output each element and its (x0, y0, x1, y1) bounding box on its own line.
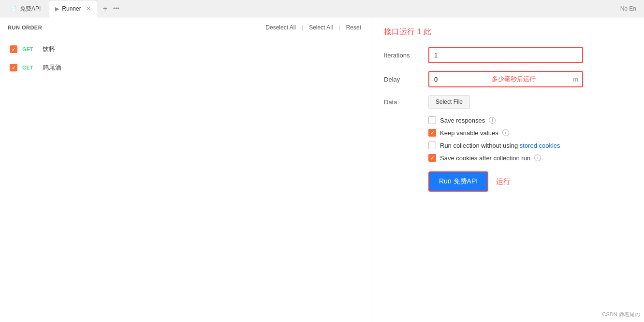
run-annotation: 运行 (496, 177, 511, 186)
save-cookies-checkbox[interactable]: ✓ (428, 154, 436, 162)
tab-bar: 📄 免费API ▶ Runner ✕ + ••• No En (0, 0, 644, 17)
request-2-method: GET (22, 65, 38, 70)
no-cookies-checkbox[interactable] (428, 141, 436, 149)
tab-mianfei-label: 免费API (20, 5, 41, 13)
run-area: Run 免费API 运行 (428, 171, 632, 192)
keep-variable-checkbox[interactable]: ✓ (428, 129, 436, 137)
request-list: ✓ GET 饮料 ✓ GET 鸡尾酒 (0, 36, 372, 81)
request-1-name: 饮料 (43, 45, 55, 54)
runner-icon: ▶ (55, 6, 59, 12)
new-tab-button[interactable]: + (99, 2, 111, 15)
tab-runner-close[interactable]: ✕ (86, 5, 91, 12)
save-responses-checkbox[interactable] (428, 116, 436, 124)
request-item: ✓ GET 饮料 (8, 42, 364, 56)
option-keep-variable: ✓ Keep variable values i (428, 129, 632, 137)
check-icon: ✓ (430, 130, 434, 136)
tab-runner-label: Runner (62, 5, 81, 12)
watermark: CSDN @着尾の (602, 311, 640, 318)
select-all-button[interactable]: Select All (306, 24, 336, 31)
data-label: Data (384, 98, 423, 106)
deselect-all-button[interactable]: Deselect All (263, 24, 299, 31)
run-order-actions: Deselect All | Select All | Reset (263, 24, 364, 31)
select-file-button[interactable]: Select File (428, 95, 470, 109)
check-icon: ✓ (12, 47, 15, 52)
annotation-title: 接口运行 1 此 (384, 27, 632, 37)
reset-button[interactable]: Reset (343, 24, 364, 31)
checkboxes-section: Save responses i ✓ Keep variable values … (428, 116, 632, 162)
separator-2: | (336, 24, 343, 31)
keep-variable-info-icon[interactable]: i (502, 129, 509, 136)
iterations-input[interactable] (428, 47, 583, 63)
data-row: Data Select File (384, 95, 632, 109)
stored-cookies-link[interactable]: stored cookies (520, 142, 560, 149)
run-order-title: RUN ORDER (8, 25, 42, 30)
save-responses-info-icon[interactable]: i (489, 117, 496, 124)
left-panel: RUN ORDER Deselect All | Select All | Re… (0, 17, 372, 322)
run-button[interactable]: Run 免费API (428, 171, 488, 192)
main-content: RUN ORDER Deselect All | Select All | Re… (0, 17, 644, 322)
more-tabs-button[interactable]: ••• (113, 5, 119, 12)
request-2-name: 鸡尾酒 (43, 63, 61, 72)
delay-unit: m (569, 72, 582, 86)
save-responses-label: Save responses (440, 117, 485, 124)
env-selector[interactable]: No En (620, 5, 640, 12)
delay-placeholder: 多少毫秒后运行 (458, 75, 569, 84)
save-cookies-label: Save cookies after collection run (440, 154, 530, 162)
delay-row: Delay 多少毫秒后运行 m (384, 71, 632, 87)
option-no-cookies: Run collection without using stored cook… (428, 141, 632, 149)
tab-mianfei[interactable]: 📄 免费API (4, 0, 47, 17)
delay-label: Delay (384, 76, 423, 83)
run-order-header: RUN ORDER Deselect All | Select All | Re… (0, 17, 372, 36)
option-save-cookies: ✓ Save cookies after collection run i (428, 154, 632, 162)
check-icon: ✓ (430, 155, 434, 161)
keep-variable-label: Keep variable values (440, 129, 498, 137)
check-icon: ✓ (12, 65, 15, 70)
option-save-responses: Save responses i (428, 116, 632, 124)
delay-wrapper: 多少毫秒后运行 m (428, 71, 583, 87)
request-1-method: GET (22, 46, 38, 52)
request-2-checkbox[interactable]: ✓ (10, 64, 17, 71)
save-cookies-info-icon[interactable]: i (534, 154, 541, 161)
iterations-label: Iterations (384, 52, 423, 59)
request-item: ✓ GET 鸡尾酒 (8, 60, 364, 75)
delay-input[interactable] (429, 72, 458, 86)
iterations-row: Iterations (384, 47, 632, 63)
separator-1: | (299, 24, 306, 31)
doc-icon: 📄 (10, 6, 17, 12)
tab-runner[interactable]: ▶ Runner ✕ (49, 0, 97, 17)
no-cookies-label: Run collection without using stored cook… (440, 142, 560, 149)
right-panel: 接口运行 1 此 Iterations Delay 多少毫秒后运行 m Data… (372, 17, 644, 322)
request-1-checkbox[interactable]: ✓ (10, 45, 17, 53)
